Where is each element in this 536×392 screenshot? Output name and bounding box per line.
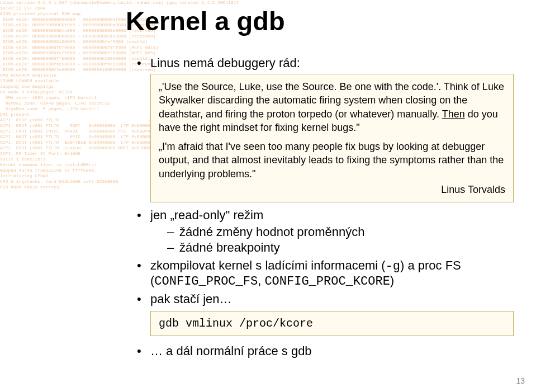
bullet-readonly: jen „read-only" režim žádné změny hodnot… (137, 208, 514, 255)
slide-title: Kernel a gdb (126, 6, 514, 36)
bullet-text: jen „read-only" režim (150, 208, 263, 222)
bullet-text: pak stačí jen… (150, 292, 232, 306)
bullet-text: Linus nemá debuggery rád: (150, 56, 300, 70)
quote-paragraph-1: „'Use the Source, Luke, use the Source. … (159, 80, 505, 134)
quote-attribution: Linus Torvalds (159, 183, 505, 196)
sub-bullet: žádné změny hodnot proměnných (167, 225, 514, 239)
code-box: gdb vmlinux /proc/kcore (150, 311, 514, 336)
code-inline: CONFIG_PROC_FS (154, 275, 258, 289)
bullet-text: zkompilovat kernel s ladícími informacem… (150, 258, 386, 272)
bullet-compile: zkompilovat kernel s ladícími informacem… (137, 258, 514, 289)
bullet-text: … a dál normální práce s gdb (150, 344, 312, 358)
quote-text-underline: Then (442, 108, 465, 120)
bullet-continue: … a dál normální práce s gdb (137, 344, 514, 358)
sub-list: žádné změny hodnot proměnných žádné brea… (150, 225, 514, 255)
page-number: 13 (516, 376, 525, 385)
bullet-text: , (258, 273, 264, 287)
code-inline: CONFIG_PROC_KCORE (264, 275, 390, 289)
slide-content: Kernel a gdb Linus nemá debuggery rád: „… (0, 0, 536, 358)
sub-bullet: žádné breakpointy (167, 240, 514, 255)
quote-box: „'Use the Source, Luke, use the Source. … (150, 74, 514, 202)
code-inline: -g (386, 259, 400, 273)
bullet-linus: Linus nemá debuggery rád: „'Use the Sour… (137, 56, 514, 202)
bullet-text: ) (390, 273, 394, 287)
bullet-then: pak stačí jen… gdb vmlinux /proc/kcore (137, 292, 514, 336)
main-bullet-list: Linus nemá debuggery rád: „'Use the Sour… (126, 56, 514, 358)
quote-paragraph-2: „I'm afraid that I've seen too many peop… (159, 140, 505, 181)
